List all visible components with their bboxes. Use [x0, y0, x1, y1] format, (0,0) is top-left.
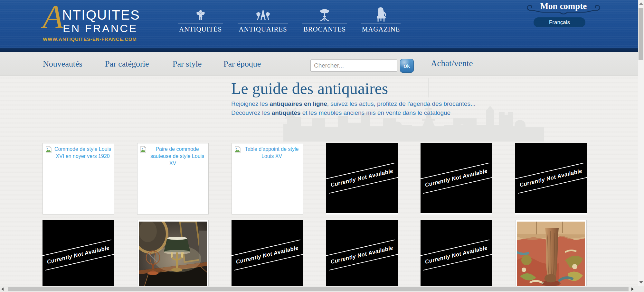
main-nav-label: ANTIQUITÉS [178, 26, 223, 33]
product-tile-unavailable[interactable]: Currently Not Available [326, 220, 398, 291]
unavailable-image: Currently Not Available [515, 143, 587, 213]
main-nav-label: BROCANTES [302, 26, 347, 33]
product-tile[interactable]: Table d'appoint de style Louis XV [232, 143, 303, 214]
nav-underline [361, 23, 401, 23]
product-tile-unavailable[interactable]: Currently Not Available [421, 143, 492, 214]
product-tile-photo[interactable] [515, 220, 587, 291]
subnav-par-categorie[interactable]: Par catégorie [105, 59, 149, 69]
logo-title-line1: NTIQUITES [62, 8, 140, 22]
carved-leg-carpet-photo [517, 222, 585, 290]
product-tile-unavailable[interactable]: Currently Not Available [421, 220, 492, 291]
subnav-par-epoque[interactable]: Par époque [223, 59, 261, 69]
cherub-icon [178, 7, 223, 22]
main-nav-label: MAGAZINE [361, 26, 401, 33]
account-area: Mon compte Français [525, 0, 602, 32]
unavailable-image: Currently Not Available [232, 220, 303, 290]
site-logo[interactable]: A NTIQUITES EN FRANCE WWW.ANTIQUITES-EN-… [43, 5, 152, 44]
hero-line-2: Découvrez les antiquités et les meubles … [231, 109, 476, 117]
broken-image-icon [140, 146, 147, 155]
main-nav-label: ANTIQUAIRES [238, 26, 288, 33]
search-submit-button[interactable]: ok [400, 59, 414, 73]
hero-section: Le guide des antiquaires Rejoignez les a… [231, 80, 476, 117]
unavailable-image: Currently Not Available [421, 143, 492, 213]
product-tile-unavailable[interactable]: Currently Not Available [515, 143, 587, 214]
unavailable-image: Currently Not Available [326, 143, 398, 213]
logo-title-line2: EN FRANCE [63, 23, 137, 34]
product-alt-text: Table d'appoint de style Louis XV [245, 146, 299, 159]
vertical-scrollbar[interactable] [638, 0, 644, 286]
subnav-par-style[interactable]: Par style [173, 59, 202, 69]
page-title: Le guide des antiquaires [231, 80, 476, 97]
broken-image-icon [234, 146, 241, 155]
unavailable-image: Currently Not Available [43, 220, 114, 290]
vertical-scrollbar-thumb[interactable] [639, 8, 643, 60]
nav-underline [178, 23, 223, 23]
product-tile-unavailable[interactable]: Currently Not Available [232, 220, 303, 291]
language-button[interactable]: Français [534, 17, 585, 27]
search-input[interactable] [310, 59, 397, 72]
header: A NTIQUITES EN FRANCE WWW.ANTIQUITES-EN-… [0, 0, 644, 48]
antique-interior-lamp-photo [139, 222, 207, 290]
product-alt-text: Commode de style Louis XVI en noyer vers… [54, 146, 111, 159]
horizontal-scrollbar[interactable] [0, 286, 644, 292]
product-tile[interactable]: Commode de style Louis XVI en noyer vers… [43, 143, 114, 214]
armchair-icon [361, 7, 401, 22]
product-tile-unavailable[interactable]: Currently Not Available [326, 143, 398, 214]
logo-initial: A [43, 0, 63, 33]
antiquites-en-france-page: A NTIQUITES EN FRANCE WWW.ANTIQUITES-EN-… [0, 0, 644, 292]
unavailable-image: Currently Not Available [421, 220, 492, 290]
unavailable-image: Currently Not Available [326, 220, 398, 290]
product-tile-photo[interactable] [137, 220, 209, 291]
main-nav-magazine[interactable]: MAGAZINE [361, 7, 401, 33]
scroll-right-icon[interactable] [631, 287, 634, 291]
pair-of-sconces-compass-icon [238, 7, 288, 22]
product-tile-unavailable[interactable]: Currently Not Available [43, 220, 114, 291]
scroll-left-icon[interactable] [1, 287, 4, 291]
nav-underline [238, 23, 288, 23]
scroll-up-icon[interactable] [639, 2, 643, 5]
broken-image-icon [45, 146, 52, 155]
product-row-2: Currently Not Available [43, 220, 587, 291]
product-tile[interactable]: Paire de commode sauteuse de style Louis… [137, 143, 209, 214]
subnav-nouveautes[interactable]: Nouveautés [43, 59, 82, 69]
main-nav-antiquites[interactable]: ANTIQUITÉS [178, 7, 223, 33]
product-row-1: Commode de style Louis XVI en noyer vers… [43, 143, 587, 214]
pedestal-table-icon [302, 7, 347, 22]
logo-url: WWW.ANTIQUITES-EN-FRANCE.COM [43, 37, 137, 41]
subnav-achat-vente[interactable]: Achat/vente [431, 58, 473, 68]
my-account-link[interactable]: Mon compte [525, 1, 602, 11]
header-bottom-strip [0, 48, 644, 52]
horizontal-scrollbar-thumb[interactable] [8, 287, 629, 291]
scroll-down-icon[interactable] [639, 281, 643, 284]
nav-underline [302, 23, 347, 23]
secondary-nav: Nouveautés Par catégorie Par style Par é… [0, 52, 644, 76]
hero-line-1: Rejoignez les antiquaires en ligne, suiv… [231, 100, 476, 108]
main-nav-antiquaires[interactable]: ANTIQUAIRES [238, 7, 288, 33]
main-nav-brocantes[interactable]: BROCANTES [302, 7, 347, 33]
product-alt-text: Paire de commode sauteuse de style Louis… [150, 146, 204, 166]
